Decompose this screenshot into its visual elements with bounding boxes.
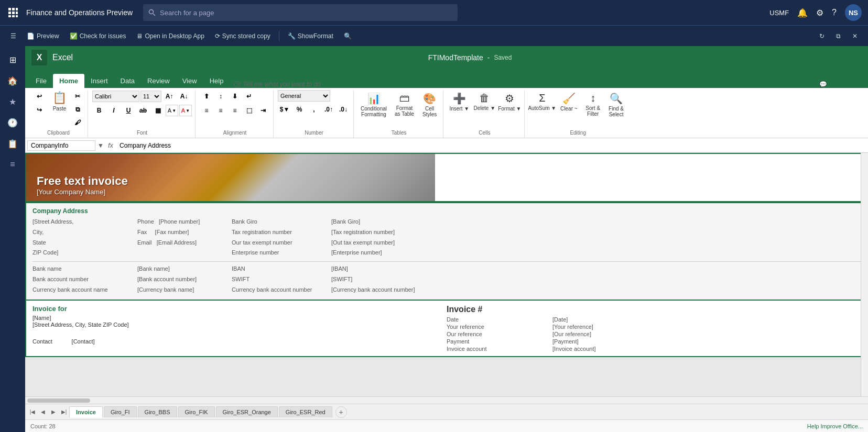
insert-cells-button[interactable]: ➕ Insert ▼ xyxy=(448,90,471,114)
iban-value: [IBAN] xyxy=(331,264,436,274)
conditional-formatting-button[interactable]: 📊 ConditionalFormatting xyxy=(358,90,389,119)
paste-button[interactable]: 📋 Paste xyxy=(49,90,70,113)
italic-button[interactable]: I xyxy=(107,104,121,117)
comments-button[interactable]: 💬 Comments xyxy=(815,81,864,88)
font-color-button[interactable]: A ▼ xyxy=(179,105,192,116)
increase-font-button[interactable]: A↑ xyxy=(162,90,176,103)
sort-filter-button[interactable]: ↕ Sort &Filter xyxy=(582,90,603,119)
sheet-nav-last[interactable]: ▶| xyxy=(59,407,69,417)
cut-button[interactable]: ✂ xyxy=(71,90,84,103)
format-cells-button[interactable]: ⚙ Format ▼ xyxy=(498,90,521,114)
popout-button[interactable]: ⧉ xyxy=(832,30,845,42)
sheet-nav-next[interactable]: ▶ xyxy=(48,407,59,417)
sheet-nav-first[interactable]: |◀ xyxy=(27,407,38,417)
merge-button[interactable]: ⬚ xyxy=(242,104,256,117)
tab-help[interactable]: Help xyxy=(203,74,230,88)
copy-button[interactable]: ⧉ xyxy=(71,103,84,116)
tab-data[interactable]: Data xyxy=(114,74,141,88)
format-painter-button[interactable]: 🖌 xyxy=(71,116,84,129)
border-button[interactable]: ▦ xyxy=(151,104,165,117)
number-format-select[interactable]: General xyxy=(278,90,330,102)
percent-button[interactable]: % xyxy=(292,103,306,116)
strikethrough-button[interactable]: ab xyxy=(136,104,150,117)
show-format-button[interactable]: 🔧 ShowFormat xyxy=(284,30,338,42)
align-bottom-button[interactable]: ⬇ xyxy=(228,90,242,103)
clear-button[interactable]: 🧹 Clear ~ xyxy=(557,90,580,114)
decrease-font-button[interactable]: A↓ xyxy=(177,90,191,103)
help-icon[interactable]: ? xyxy=(832,8,837,17)
contact-row: Contact [Contact] xyxy=(32,338,447,345)
tab-insert[interactable]: Insert xyxy=(84,74,114,88)
decimal-decrease-button[interactable]: .0↓ xyxy=(337,103,350,116)
menu-toggle-button[interactable]: ☰ xyxy=(6,30,20,42)
underline-button[interactable]: U xyxy=(122,104,135,117)
sidebar-dashboard-icon[interactable]: 🏠 xyxy=(3,71,22,90)
sheet-tab-giro-fik[interactable]: Giro_FIK xyxy=(178,406,215,417)
open-desktop-button[interactable]: 🖥 Open in Desktop App xyxy=(132,30,208,42)
date-label: Date xyxy=(447,316,551,323)
tab-review[interactable]: Review xyxy=(141,74,176,88)
svg-text:?: ? xyxy=(236,82,239,87)
tab-file[interactable]: File xyxy=(29,74,53,88)
close-button[interactable]: ✕ xyxy=(848,30,862,42)
search-box[interactable]: Search for a page xyxy=(143,4,458,21)
tell-me-box[interactable]: ? Tell me what you want to do xyxy=(230,81,815,88)
horizontal-scroll-track[interactable] xyxy=(25,396,868,404)
comma-button[interactable]: , xyxy=(307,103,321,116)
sheet-tab-giro-esr-red[interactable]: Giro_ESR_Red xyxy=(279,406,332,417)
sheet-tab-invoice[interactable]: Invoice xyxy=(69,406,103,418)
vertical-scrollbar[interactable] xyxy=(861,153,868,396)
name-box[interactable]: CompanyInfo xyxy=(27,140,95,151)
fill-color-button[interactable]: A ▼ xyxy=(166,105,178,116)
svg-point-9 xyxy=(149,10,154,14)
cell-styles-button[interactable]: 🎨 CellStyles xyxy=(419,90,440,119)
tab-view[interactable]: View xyxy=(176,74,203,88)
sync-button[interactable]: ⟳ Sync stored copy xyxy=(211,30,275,42)
refresh-button[interactable]: ↻ xyxy=(815,30,829,42)
tab-home[interactable]: Home xyxy=(53,74,84,88)
formula-input[interactable] xyxy=(117,141,866,150)
undo-button[interactable]: ↩ xyxy=(32,90,46,103)
settings-icon[interactable]: ⚙ xyxy=(816,8,823,18)
indent-button[interactable]: ⇥ xyxy=(256,104,270,117)
align-top-button[interactable]: ⬆ xyxy=(200,90,213,103)
sheet-tab-giro-bbs[interactable]: Giro_BBS xyxy=(138,406,177,417)
font-size-select[interactable]: 11 xyxy=(140,91,161,102)
align-right-button[interactable]: ≡ xyxy=(228,104,242,117)
search-toolbar-button[interactable]: 🔍 xyxy=(340,30,356,42)
sidebar-favorites-icon[interactable]: ★ xyxy=(3,92,22,111)
apps-grid-icon[interactable] xyxy=(6,6,20,19)
help-improve-label[interactable]: Help Improve Office... xyxy=(807,423,863,429)
autosum-button[interactable]: Σ AutoSum ▼ xyxy=(529,90,555,113)
tax-exempt-label: Our tax exempt number xyxy=(232,238,331,248)
sheet-tab-giro-fi[interactable]: Giro_FI xyxy=(104,406,137,417)
currency-bank-number-label: Currency bank account number xyxy=(232,285,331,295)
sidebar-recent-icon[interactable]: 🕐 xyxy=(3,113,22,132)
avatar[interactable]: NS xyxy=(845,4,862,21)
sheet-nav-prev[interactable]: ◀ xyxy=(38,407,48,417)
redo-button[interactable]: ↪ xyxy=(32,104,46,116)
font-name-select[interactable]: Calibri xyxy=(92,91,139,102)
sidebar-workspaces-icon[interactable]: 📋 xyxy=(3,134,22,153)
notification-icon[interactable]: 🔔 xyxy=(797,8,808,18)
toolbar-separator xyxy=(279,31,279,41)
sidebar-modules-icon[interactable]: ≡ xyxy=(3,155,22,174)
align-left-button[interactable]: ≡ xyxy=(200,104,213,117)
decimal-increase-button[interactable]: .0↑ xyxy=(322,103,335,116)
format-as-table-button[interactable]: 🗃 Formatas Table xyxy=(392,90,417,119)
comments-icon: 💬 xyxy=(819,81,827,88)
name-box-dropdown[interactable]: ▼ xyxy=(97,142,104,149)
check-issues-button[interactable]: ✅ Check for issues xyxy=(66,30,131,42)
delete-cells-button[interactable]: 🗑 Delete ▼ xyxy=(473,90,496,113)
bold-button[interactable]: B xyxy=(92,104,106,117)
currency-button[interactable]: $▼ xyxy=(278,103,291,116)
align-center-button[interactable]: ≡ xyxy=(214,104,227,117)
find-select-button[interactable]: 🔍 Find &Select xyxy=(605,90,627,119)
company-section: Company Address [Street Address, Phone [… xyxy=(25,202,868,301)
add-sheet-button[interactable]: + xyxy=(335,406,347,418)
sidebar-home-icon[interactable]: ⊞ xyxy=(3,50,22,69)
align-middle-button[interactable]: ↕ xyxy=(214,90,227,103)
preview-button[interactable]: 📄 Preview xyxy=(23,30,63,42)
wrap-text-button[interactable]: ↵ xyxy=(242,90,256,103)
sheet-tab-giro-esr-orange[interactable]: Giro_ESR_Orange xyxy=(216,406,278,417)
